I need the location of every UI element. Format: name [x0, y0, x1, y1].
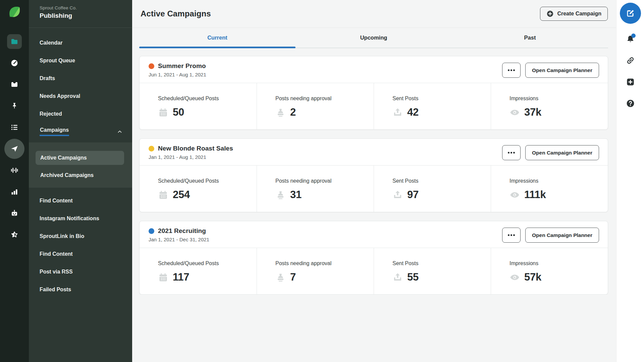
rail-item-favorites[interactable] — [7, 227, 22, 242]
campaign-title-block: New Blonde Roast Sales Jan 1, 2021 - Aug… — [149, 145, 233, 160]
sidebar-item-post-via-rss[interactable]: Post via RSS — [29, 263, 132, 281]
sidebar-nav-lower: Find Content Instagram Notifications Spr… — [29, 188, 132, 298]
list-icon — [10, 123, 18, 131]
tab-current[interactable]: Current — [139, 28, 296, 48]
sidebar-item-find-content-2[interactable]: Find Content — [29, 245, 132, 263]
sidebar-item-label: Post via RSS — [40, 269, 73, 275]
campaign-stats: Scheduled/Queued Posts 117 Posts needing… — [140, 248, 608, 294]
eye-icon — [509, 107, 520, 118]
sidebar-item-label: Needs Approval — [40, 93, 80, 99]
sidebar-item-failed-posts[interactable]: Failed Posts — [29, 281, 132, 298]
calendar-icon — [158, 107, 168, 118]
open-campaign-planner-button[interactable]: Open Campaign Planner — [525, 145, 599, 160]
sidebar-item-label: Calendar — [40, 40, 62, 46]
stat-value: 31 — [290, 189, 302, 201]
campaign-name: New Blonde Roast Sales — [158, 145, 233, 152]
stat-needing-approval: Posts needing approval 7 — [257, 248, 374, 294]
sidebar-item-label: Find Content — [40, 198, 73, 204]
rail-item-folder[interactable] — [7, 34, 22, 49]
stat-label: Scheduled/Queued Posts — [158, 178, 253, 184]
stat-value: 7 — [290, 271, 296, 283]
calendar-icon — [158, 272, 168, 283]
sidebar-header: Sprout Coffee Co. Publishing — [29, 0, 132, 28]
stat-value: 57k — [524, 271, 541, 283]
stat-scheduled-queued: Scheduled/Queued Posts 254 — [140, 166, 257, 212]
open-campaign-planner-button[interactable]: Open Campaign Planner — [525, 63, 599, 78]
eye-icon — [509, 272, 520, 283]
campaigns-submenu: Active Campaigns Archived Campaigns — [29, 142, 132, 188]
stat-value: 2 — [290, 106, 296, 118]
rail-item-inbox[interactable] — [7, 77, 22, 92]
sidebar-item-label: Campaigns — [40, 127, 69, 136]
rail-item-publishing[interactable] — [4, 139, 24, 159]
campaign-card-header: 2021 Recruiting Jan 1, 2021 - Dec 31, 20… — [140, 221, 608, 248]
campaign-tabs: Current Upcoming Past — [139, 28, 608, 48]
stamp-icon — [275, 272, 286, 283]
campaign-card-header: New Blonde Roast Sales Jan 1, 2021 - Aug… — [140, 139, 608, 165]
sidebar-item-drafts[interactable]: Drafts — [29, 69, 132, 87]
right-rail-nav — [623, 32, 638, 111]
sidebar-item-sproutlink-in-bio[interactable]: SproutLink in Bio — [29, 227, 132, 245]
rail-item-dashboard[interactable] — [7, 56, 22, 70]
sidebar-item-sprout-queue[interactable]: Sprout Queue — [29, 52, 132, 69]
campaign-title-block: 2021 Recruiting Jan 1, 2021 - Dec 31, 20… — [149, 227, 209, 242]
stat-value: 55 — [407, 271, 419, 283]
stat-label: Posts needing approval — [275, 178, 370, 184]
rail-item-reports[interactable] — [7, 184, 22, 199]
stat-label: Impressions — [509, 96, 604, 102]
campaign-title-block: Summer Promo Jun 1, 2021 - Aug 1, 2021 — [149, 62, 206, 77]
app-window: Sprout Coffee Co. Publishing Calendar Sp… — [0, 0, 644, 362]
folder-icon — [10, 38, 18, 46]
org-name: Sprout Coffee Co. — [40, 5, 124, 10]
stat-value: 117 — [173, 271, 189, 283]
more-options-button[interactable] — [502, 145, 521, 160]
open-campaign-planner-button[interactable]: Open Campaign Planner — [525, 228, 599, 243]
create-campaign-button[interactable]: Create Campaign — [540, 7, 608, 21]
stat-label: Impressions — [509, 178, 604, 184]
rail-nav — [4, 34, 24, 242]
help-button[interactable] — [623, 96, 638, 111]
more-options-button[interactable] — [502, 228, 521, 243]
campaign-date-range: Jun 1, 2021 - Aug 1, 2021 — [149, 72, 206, 77]
link-button[interactable] — [623, 53, 638, 68]
more-options-button[interactable] — [502, 63, 521, 78]
sidebar-nav: Calendar Sprout Queue Drafts Needs Appro… — [29, 28, 132, 298]
sidebar-item-needs-approval[interactable]: Needs Approval — [29, 87, 132, 105]
campaign-card: Summer Promo Jun 1, 2021 - Aug 1, 2021 O… — [139, 56, 608, 130]
campaign-card-header: Summer Promo Jun 1, 2021 - Aug 1, 2021 O… — [140, 56, 608, 83]
sidebar-item-campaigns[interactable]: Campaigns — [29, 123, 132, 140]
icon-rail — [0, 0, 29, 362]
sidebar-item-label: SproutLink in Bio — [40, 233, 84, 239]
rail-item-pin[interactable] — [7, 99, 22, 113]
notifications-button[interactable] — [623, 32, 638, 46]
campaign-color-dot — [149, 63, 154, 69]
campaign-name: 2021 Recruiting — [158, 227, 206, 235]
sidebar-item-find-content[interactable]: Find Content — [29, 192, 132, 209]
tab-upcoming[interactable]: Upcoming — [296, 28, 452, 48]
star-icon — [10, 231, 18, 239]
stamp-icon — [275, 190, 286, 200]
stat-impressions: Impressions 57k — [491, 248, 608, 294]
sidebar-item-calendar[interactable]: Calendar — [29, 34, 132, 52]
sidebar-item-instagram-notifications[interactable]: Instagram Notifications — [29, 209, 132, 227]
inbox-icon — [10, 80, 18, 88]
stat-needing-approval: Posts needing approval 2 — [257, 83, 374, 129]
sidebar-item-label: Sprout Queue — [40, 58, 75, 64]
stat-needing-approval: Posts needing approval 31 — [257, 166, 374, 212]
campaign-actions: Open Campaign Planner — [502, 228, 599, 243]
rail-item-listening[interactable] — [7, 163, 22, 178]
tab-past[interactable]: Past — [452, 28, 608, 48]
campaign-date-range: Jan 1, 2021 - Aug 1, 2021 — [149, 154, 233, 160]
sidebar-item-rejected[interactable]: Rejected — [29, 105, 132, 123]
stat-value: 254 — [173, 189, 190, 201]
rail-item-list[interactable] — [7, 120, 22, 135]
rail-item-bot[interactable] — [7, 206, 22, 221]
sidebar-item-active-campaigns[interactable]: Active Campaigns — [36, 151, 124, 165]
add-button[interactable] — [623, 74, 638, 89]
sidebar-item-archived-campaigns[interactable]: Archived Campaigns — [36, 168, 124, 182]
sidebar: Sprout Coffee Co. Publishing Calendar Sp… — [29, 0, 132, 362]
question-circle-icon — [626, 99, 635, 108]
sprout-logo-icon[interactable] — [6, 3, 23, 21]
compose-button[interactable] — [620, 3, 641, 24]
campaign-list: Summer Promo Jun 1, 2021 - Aug 1, 2021 O… — [132, 48, 616, 295]
